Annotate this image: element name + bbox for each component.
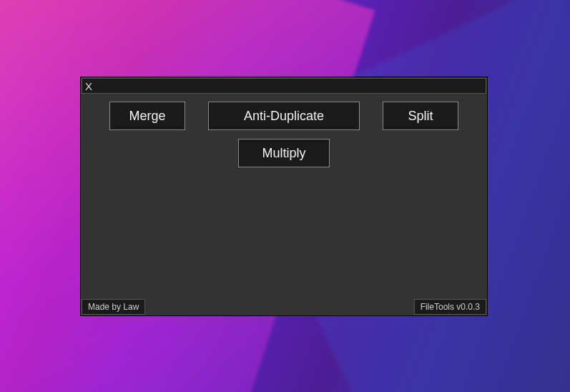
version-label: FileTools v0.0.3: [414, 299, 486, 315]
author-label: Made by Law: [82, 299, 145, 315]
merge-button[interactable]: Merge: [109, 102, 185, 130]
button-row-2: Multiply: [81, 139, 487, 167]
titlebar[interactable]: X: [82, 78, 486, 94]
app-window: X Merge Anti-Duplicate Split Multiply Ma…: [80, 77, 488, 316]
button-row-1: Merge Anti-Duplicate Split: [81, 102, 487, 130]
window-content: Merge Anti-Duplicate Split Multiply: [81, 94, 487, 297]
status-bar: Made by Law FileTools v0.0.3: [81, 297, 487, 315]
split-button[interactable]: Split: [383, 102, 458, 130]
close-icon[interactable]: X: [85, 81, 92, 92]
anti-duplicate-button[interactable]: Anti-Duplicate: [208, 102, 360, 130]
multiply-button[interactable]: Multiply: [238, 139, 330, 167]
